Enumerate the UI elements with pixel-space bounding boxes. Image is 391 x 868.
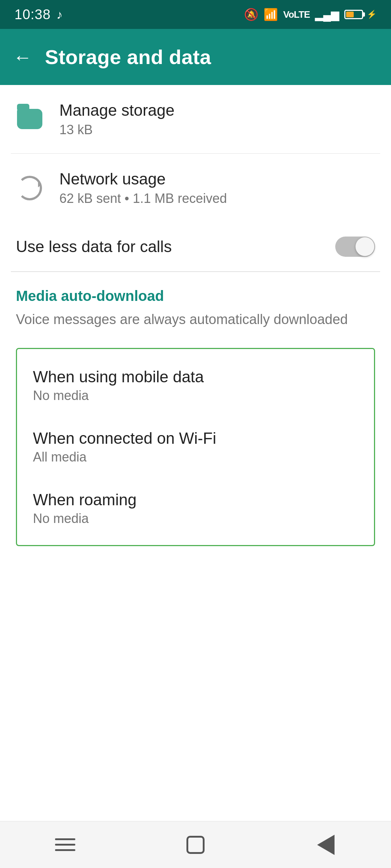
network-usage-item[interactable]: Network usage 62 kB sent • 1.1 MB receiv… bbox=[0, 154, 391, 222]
use-less-data-toggle[interactable] bbox=[335, 237, 375, 257]
wifi-title: When connected on Wi-Fi bbox=[33, 429, 358, 447]
hamburger-icon bbox=[55, 838, 75, 851]
network-icon bbox=[16, 174, 43, 202]
wifi-subtitle: All media bbox=[33, 450, 358, 465]
roaming-title: When roaming bbox=[33, 491, 358, 509]
recents-button[interactable] bbox=[181, 830, 210, 859]
music-icon: ♪ bbox=[56, 8, 63, 22]
manage-storage-item[interactable]: Manage storage 13 kB bbox=[0, 85, 391, 153]
status-bar: 10:38 ♪ 🔕 📶 VoLTE ▂▄▆ ⚡ bbox=[0, 0, 391, 29]
network-usage-title: Network usage bbox=[59, 170, 375, 189]
network-usage-subtitle: 62 kB sent • 1.1 MB received bbox=[59, 191, 375, 206]
mobile-data-item[interactable]: When using mobile data No media bbox=[17, 355, 374, 416]
content-area: Manage storage 13 kB Network usage 62 kB… bbox=[0, 85, 391, 546]
media-auto-download-header: Media auto-download bbox=[0, 272, 391, 308]
back-nav-button[interactable] bbox=[311, 830, 340, 859]
network-usage-text: Network usage 62 kB sent • 1.1 MB receiv… bbox=[59, 170, 375, 206]
auto-download-box: When using mobile data No media When con… bbox=[16, 348, 375, 546]
status-time: 10:38 bbox=[14, 7, 51, 22]
wifi-icon: 📶 bbox=[264, 8, 278, 21]
manage-storage-title: Manage storage bbox=[59, 101, 375, 120]
home-button[interactable] bbox=[51, 830, 80, 859]
wifi-item[interactable]: When connected on Wi-Fi All media bbox=[17, 416, 374, 478]
roaming-subtitle: No media bbox=[33, 511, 358, 526]
app-bar: ← Storage and data bbox=[0, 29, 391, 85]
manage-storage-text: Manage storage 13 kB bbox=[59, 101, 375, 137]
media-auto-download-desc: Voice messages are always automatically … bbox=[0, 308, 391, 341]
use-less-data-label: Use less data for calls bbox=[16, 238, 172, 256]
manage-storage-subtitle: 13 kB bbox=[59, 122, 375, 137]
triangle-icon bbox=[317, 835, 335, 855]
mobile-data-subtitle: No media bbox=[33, 388, 358, 403]
mobile-data-title: When using mobile data bbox=[33, 368, 358, 386]
back-button[interactable]: ← bbox=[13, 48, 32, 67]
folder-icon bbox=[16, 105, 43, 133]
bottom-nav bbox=[0, 821, 391, 868]
roaming-item[interactable]: When roaming No media bbox=[17, 478, 374, 539]
battery-icon: ⚡ bbox=[344, 10, 377, 19]
square-icon bbox=[186, 836, 205, 854]
charging-icon: ⚡ bbox=[367, 10, 377, 19]
use-less-data-row: Use less data for calls bbox=[0, 222, 391, 271]
bell-off-icon: 🔕 bbox=[244, 8, 258, 21]
page-title: Storage and data bbox=[45, 45, 211, 69]
signal-icon: ▂▄▆ bbox=[315, 8, 339, 21]
status-icons: 🔕 📶 VoLTE ▂▄▆ ⚡ bbox=[244, 8, 377, 21]
toggle-knob bbox=[356, 237, 374, 256]
volte-icon: VoLTE bbox=[283, 9, 310, 20]
